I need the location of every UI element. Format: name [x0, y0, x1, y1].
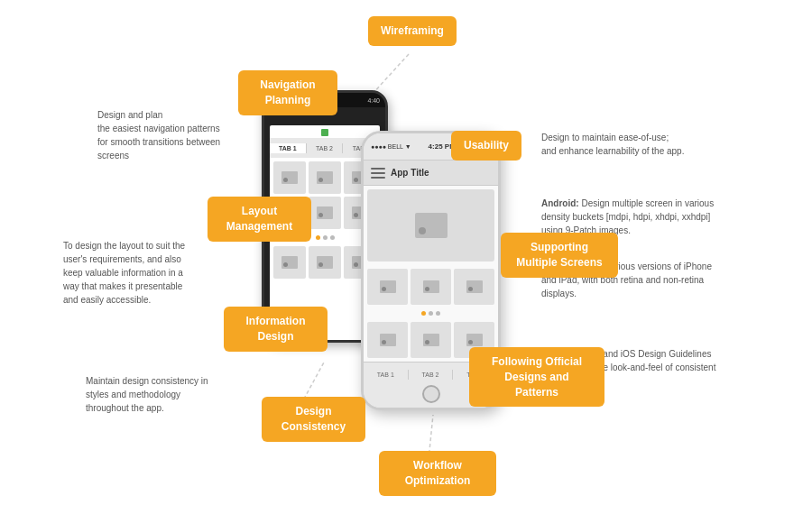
iphone-img-1	[380, 280, 396, 293]
android-status-text: 4:40	[367, 97, 380, 104]
design-consistency-desc: Maintain design consistency in styles an…	[86, 374, 219, 415]
dot-1	[316, 235, 320, 240]
iphone-cell-4	[367, 322, 408, 358]
iphone-cell-2	[411, 269, 451, 305]
iphone-nav-bar: App Title	[364, 161, 498, 186]
navigation-planning-desc: Design and planthe easiest navigation pa…	[97, 108, 228, 162]
workflow-optimization-label: WorkflowOptimization	[379, 451, 496, 496]
android-cell-7	[273, 246, 306, 279]
main-container: 4:40 TAB 1 TAB 2 TAB 3	[0, 0, 812, 523]
iphone-img-6	[466, 334, 483, 346]
android-cell-2	[309, 161, 341, 194]
android-tab1[interactable]: TAB 1	[270, 143, 307, 153]
layout-management-desc: To design the layout to suit the user's …	[63, 239, 197, 307]
iphone-dot-2	[429, 311, 433, 316]
iphone-cell-1	[367, 269, 408, 305]
iphone-cell-3	[454, 269, 494, 305]
android-img-8	[317, 256, 333, 269]
hamburger-line-1	[371, 168, 385, 170]
supporting-multiple-label: SupportingMultiple Screens	[501, 233, 618, 278]
iphone-img-4	[380, 334, 396, 346]
navigation-planning-label: NavigationPlanning	[238, 70, 337, 115]
android-cell-1	[273, 161, 306, 194]
android-cell-5	[309, 197, 341, 229]
iphone-tab-2[interactable]: TAB 2	[409, 370, 454, 380]
android-img-2	[317, 171, 333, 184]
dot-3	[330, 235, 335, 240]
usability-label: Usability	[451, 131, 521, 161]
android-img-1	[281, 171, 298, 184]
hamburger-icon[interactable]	[371, 168, 385, 179]
iphone-dot-1	[421, 311, 426, 316]
android-img-7	[281, 256, 298, 269]
iphone-cell-5	[411, 322, 451, 358]
wireframing-label: Wireframing	[368, 16, 457, 46]
usability-desc: Design to maintain ease-of-use;and enhan…	[541, 131, 722, 158]
android-cell-8	[309, 246, 341, 279]
hamburger-line-2	[371, 172, 385, 174]
layout-management-label: LayoutManagement	[208, 197, 311, 242]
app-title-label: App Title	[391, 168, 429, 178]
iphone-img-3	[466, 280, 483, 293]
android-green-dot	[321, 129, 328, 136]
iphone-img-2	[423, 280, 439, 293]
iphone-dot-3	[436, 311, 440, 316]
hero-img-placeholder	[415, 213, 448, 238]
iphone-grid	[364, 265, 498, 308]
iphone-img-5	[423, 334, 439, 346]
android-tab2[interactable]: TAB 2	[307, 143, 344, 153]
iphone-home-button[interactable]	[422, 385, 440, 403]
hamburger-line-3	[371, 177, 385, 179]
dot-2	[323, 235, 328, 240]
iphone-hero-image	[367, 189, 494, 262]
iphone-dots	[364, 311, 498, 316]
design-consistency-label: DesignConsistency	[262, 397, 365, 442]
following-official-label: Following OfficialDesigns and Patterns	[469, 347, 604, 407]
information-design-label: InformationDesign	[224, 307, 328, 352]
iphone-tab-1[interactable]: TAB 1	[364, 370, 409, 380]
iphone-signal: ●●●● BELL ▼	[371, 143, 411, 150]
android-img-5	[317, 206, 333, 219]
android-desc: Android: Design multiple screen in vario…	[541, 197, 722, 237]
